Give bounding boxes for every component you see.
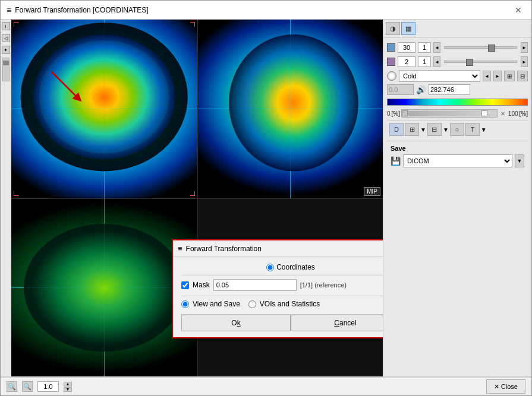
- dialog-title-bar: ≡ Forward Transformation ✕: [173, 240, 383, 257]
- slider-left-arrow-1[interactable]: ◄: [433, 42, 440, 53]
- save-format-select[interactable]: DICOM: [403, 154, 512, 167]
- range-reset-button[interactable]: ✕: [499, 109, 507, 118]
- tool-icon-4[interactable]: ○: [450, 123, 464, 136]
- vois-and-statistics-radio[interactable]: [248, 300, 256, 308]
- colormap-icon-btn2[interactable]: ⊟: [517, 71, 528, 81]
- range-thumb-right[interactable]: [481, 110, 487, 116]
- main-window: ≡ Forward Transformation [COORDINATES] ✕…: [0, 0, 532, 396]
- save-row: 💾 DICOM ▼: [391, 154, 524, 167]
- range-row: 0 [%] ✕ 100 [%]: [387, 109, 528, 118]
- brain-panel-top-left[interactable]: [11, 20, 197, 198]
- slider-left-arrow-2[interactable]: ◄: [433, 56, 440, 67]
- svg-point-2: [228, 34, 358, 171]
- tool-dropdown-3[interactable]: ▼: [481, 126, 487, 133]
- coordinates-row: Coordinates: [181, 263, 383, 271]
- app-icon: ≡: [7, 5, 11, 15]
- colormap-prev[interactable]: ◄: [483, 71, 491, 81]
- zoom-arrows: ▲ ▼: [64, 382, 72, 392]
- range-slider[interactable]: [401, 109, 498, 118]
- slider-thumb-2[interactable]: [466, 59, 473, 66]
- tool-dropdown-1[interactable]: ▼: [420, 126, 426, 133]
- colormap-icon-btn1[interactable]: ⊞: [504, 71, 515, 81]
- right-panel: ◑ ▦ 30 1 ◄ ► 2: [383, 20, 531, 376]
- save-dropdown-arrow[interactable]: ▼: [515, 154, 524, 167]
- tool-icon-5[interactable]: T: [465, 123, 480, 136]
- divider-1: [181, 275, 383, 275]
- brain-panel-top-right[interactable]: MIP: [197, 20, 383, 198]
- tool-icon-1[interactable]: D: [389, 123, 404, 136]
- range-unit-right: [%]: [520, 110, 528, 117]
- zoom-down-button[interactable]: ▼: [64, 387, 72, 392]
- sidebar-tool-3[interactable]: ✦: [2, 46, 10, 54]
- color-controls: 30 1 ◄ ► 2 1 ◄ ►: [383, 38, 531, 175]
- coordinates-radio[interactable]: [266, 264, 274, 271]
- floppy-icon: 💾: [391, 156, 401, 166]
- vois-label: VOIs and Statistics: [260, 300, 320, 308]
- dialog-icon: ≡: [178, 244, 182, 253]
- min-value-input[interactable]: 0.0: [387, 84, 414, 95]
- slider-value-2[interactable]: 2: [398, 56, 415, 67]
- divider-2: [181, 296, 383, 296]
- sidebar-scroll[interactable]: [2, 58, 10, 81]
- range-unit-left: [%]: [392, 110, 400, 117]
- brain-svg-tl: [11, 20, 197, 198]
- colormap-select[interactable]: Cold: [399, 70, 480, 82]
- zoom-value-input[interactable]: 1.0: [37, 381, 59, 392]
- colormap-icon: [387, 71, 396, 81]
- window-title: Forward Transformation [COORDINATES]: [15, 6, 149, 14]
- mask-value-input[interactable]: 0.05: [213, 279, 297, 291]
- slider-track-1[interactable]: [444, 46, 517, 49]
- colormap-next[interactable]: ►: [493, 71, 502, 81]
- brain-panel-bottom-left[interactable]: [11, 198, 197, 377]
- dialog-body: Coordinates Mask 0.05 [1/1] (reference): [173, 257, 383, 337]
- top-toolbar: ◑ ▦: [383, 20, 531, 38]
- sidebar-tool-1[interactable]: i: [2, 22, 10, 30]
- grid-button[interactable]: ▦: [401, 22, 415, 35]
- close-button[interactable]: ✕ Close: [486, 379, 525, 394]
- slider-value-1b[interactable]: 1: [418, 42, 431, 53]
- cancel-button[interactable]: Cancel: [291, 315, 383, 331]
- view-and-save-label: View and Save: [193, 300, 240, 308]
- tool-dropdown-2[interactable]: ▼: [443, 126, 449, 133]
- dialog-buttons: Ok Cancel: [181, 314, 383, 331]
- window-close-button[interactable]: ✕: [511, 4, 525, 16]
- bottom-bar: 🔍 🔍 1.0 ▲ ▼ ✕ Close: [1, 376, 531, 395]
- sidebar-tool-2[interactable]: ◁: [2, 34, 10, 42]
- zoom-reset-button[interactable]: 🔍: [22, 381, 33, 392]
- ok-button[interactable]: Ok: [181, 315, 291, 331]
- coordinates-label: Coordinates: [276, 263, 315, 271]
- value-icon: 🔊: [416, 85, 426, 94]
- slider-value-2b[interactable]: 1: [418, 56, 431, 67]
- slider-value-1[interactable]: 30: [398, 42, 415, 53]
- mask-row: Mask 0.05 [1/1] (reference): [181, 279, 383, 291]
- tool-icon-2[interactable]: ⊞: [405, 123, 419, 136]
- slider-right-arrow-2[interactable]: ►: [521, 56, 528, 67]
- range-min-label: 0: [387, 110, 391, 117]
- svg-point-3: [24, 223, 185, 351]
- slider-thumb-1[interactable]: [488, 45, 495, 52]
- mask-reference: [1/1] (reference): [300, 281, 347, 289]
- title-bar: ≡ Forward Transformation [COORDINATES] ✕: [1, 1, 531, 20]
- range-max-label: 100: [508, 110, 518, 117]
- contrast-button[interactable]: ◑: [386, 22, 400, 35]
- value-row: 0.0 🔊 282.746: [387, 84, 528, 95]
- zoom-up-button[interactable]: ▲: [64, 382, 72, 387]
- slider-color-box-1: [387, 43, 395, 52]
- slider-track-2[interactable]: [444, 61, 517, 63]
- bottom-icon-toolbar: D ⊞ ▼ ⊟ ▼ ○ T ▼: [387, 120, 528, 138]
- brain-svg-tr: [198, 20, 383, 198]
- dialog-title-left: ≡ Forward Transformation: [178, 244, 262, 253]
- slider-right-arrow-1[interactable]: ►: [521, 42, 528, 53]
- zoom-icon-button[interactable]: 🔍: [7, 381, 17, 392]
- forward-transformation-dialog: ≡ Forward Transformation ✕ Coordinates: [172, 239, 383, 338]
- save-options-row: View and Save VOIs and Statistics: [181, 300, 383, 308]
- tool-icon-3[interactable]: ⊟: [427, 123, 442, 136]
- colormap-gradient-bar: [387, 99, 528, 106]
- max-value-input[interactable]: 282.746: [429, 84, 470, 95]
- slider-row-2: 2 1 ◄ ►: [387, 56, 528, 68]
- mask-checkbox[interactable]: [181, 281, 189, 289]
- view-and-save-radio[interactable]: [181, 300, 189, 308]
- brain-svg-bl: [11, 199, 197, 377]
- colormap-row: Cold ◄ ► ⊞ ⊟: [387, 70, 528, 82]
- bottom-close-area: ✕ Close: [486, 379, 525, 394]
